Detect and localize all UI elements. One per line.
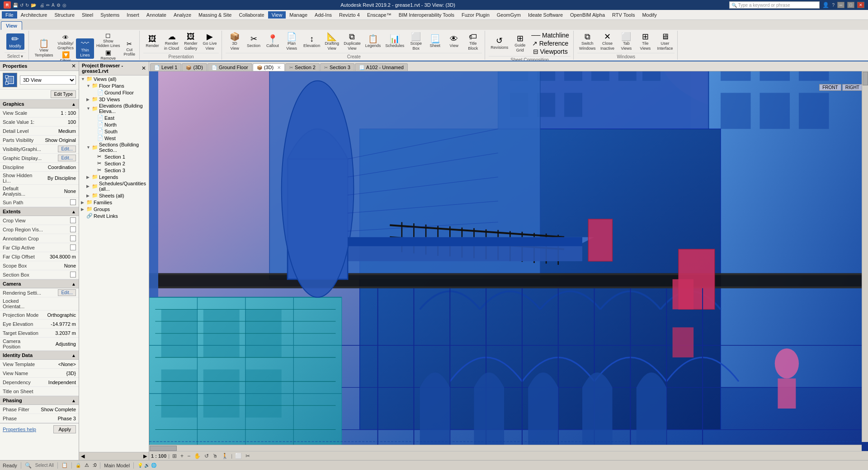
menu-architecture[interactable]: Architecture <box>17 11 51 19</box>
search-bar[interactable]: 🔍 Type a keyword or phrase <box>729 1 820 9</box>
properties-type-select[interactable]: 3D View <box>20 75 76 85</box>
minimize-button[interactable]: ─ <box>837 2 844 8</box>
menu-file[interactable]: File <box>2 11 17 19</box>
project-browser-scroll-bar[interactable]: ◀ ▶ <box>79 452 149 460</box>
visibility-graphics-button[interactable]: 👁 Visibility/Graphics <box>56 34 75 51</box>
remove-hidden-lines-button[interactable]: ▣ RemoveHidden Lines <box>95 49 122 61</box>
view-template-value[interactable]: <None> <box>39 362 76 367</box>
discipline-value[interactable]: Coordination <box>39 164 76 170</box>
menu-collaborate[interactable]: Collaborate <box>235 11 268 19</box>
eye-elevation-value[interactable]: -14.9772 m <box>39 321 76 327</box>
section-box-checkbox[interactable] <box>70 272 76 277</box>
tab-3d-active-close[interactable]: ✕ <box>277 65 281 70</box>
tab-3d-1[interactable]: 📦 (3D) <box>182 63 207 71</box>
reference-button[interactable]: ↗ Reference <box>530 40 571 47</box>
revisions-button[interactable]: ↺ Revisions <box>489 36 510 51</box>
project-browser-close-button[interactable]: ✕ <box>142 65 146 71</box>
view-templates-button[interactable]: 📋 ViewTemplates <box>33 38 55 59</box>
tab-view[interactable]: View <box>1 21 22 30</box>
tab-3d-active[interactable]: 📦 (3D) ✕ <box>253 63 285 71</box>
camera-section-header[interactable]: Camera ▲ <box>0 279 79 288</box>
menu-structure[interactable]: Structure <box>51 11 78 19</box>
phasing-section-header[interactable]: Phasing ▲ <box>0 396 79 405</box>
menu-modify[interactable]: Modify <box>638 11 660 19</box>
far-clip-offset-value[interactable]: 304.8000 m <box>39 254 76 259</box>
projection-mode-value[interactable]: Orthographic <box>39 312 76 318</box>
front-view-button[interactable]: FRONT <box>819 84 841 91</box>
parts-visibility-value[interactable]: Show Original <box>39 137 76 143</box>
scope-box-button[interactable]: ⬜ ScopeBox <box>407 32 425 52</box>
quick-access-annotate[interactable]: ✏ <box>46 3 50 8</box>
tree-east[interactable]: 📄 East <box>90 114 149 121</box>
graphic-display-edit-button[interactable]: Edit... <box>58 155 76 161</box>
nav-orbit[interactable]: ↺ <box>203 453 210 459</box>
menu-geomgym[interactable]: GeomGym <box>493 11 524 19</box>
render-gallery-button[interactable]: 🖼 RenderGallery <box>182 32 200 52</box>
phase-value[interactable]: Phase 3 <box>39 416 76 421</box>
menu-massing[interactable]: Massing & Site <box>195 11 235 19</box>
menu-rtv[interactable]: RTV Tools <box>609 11 638 19</box>
quick-access-settings[interactable]: ⚙ <box>57 3 61 8</box>
modify-button[interactable]: ✏ Modify <box>6 33 24 50</box>
nav-walk[interactable]: 🚶 <box>221 453 229 459</box>
tree-section-3[interactable]: ✂ Section 3 <box>90 167 149 174</box>
title-block-button[interactable]: 🏷 TitleBlock <box>464 32 482 52</box>
tree-floor-plans[interactable]: ▼ 📁 Floor Plans <box>85 82 149 89</box>
menu-insert[interactable]: Insert <box>123 11 143 19</box>
quick-access-open[interactable]: 📂 <box>31 3 36 8</box>
graphics-section-header[interactable]: Graphics ▲ <box>0 99 79 108</box>
tree-south[interactable]: 📄 South <box>90 128 149 135</box>
restore-button[interactable]: □ <box>847 2 854 8</box>
drafting-view-button[interactable]: 📐 DraftingView <box>323 32 341 52</box>
menu-enscape[interactable]: Enscape™ <box>363 11 395 19</box>
target-elevation-value[interactable]: 3.2037 m <box>39 330 76 336</box>
sun-path-checkbox[interactable] <box>70 199 76 205</box>
menu-fuzor[interactable]: Fuzor Plugin <box>458 11 493 19</box>
viewport-scroll-thumb-h[interactable] <box>150 446 177 451</box>
menu-steel[interactable]: Steel <box>78 11 97 19</box>
show-hidden-lines-button[interactable]: ◻ ShowHidden Lines <box>95 32 122 48</box>
switch-windows-button[interactable]: ⧉ SwitchWindows <box>577 32 598 52</box>
tree-section-1[interactable]: ✂ Section 1 <box>90 153 149 160</box>
show-hidden-value[interactable]: By Discipline <box>39 175 76 181</box>
default-analysis-value[interactable]: None <box>39 188 76 194</box>
close-inactive-button[interactable]: ✕ CloseInactive <box>598 32 616 52</box>
tree-ground-floor[interactable]: 📄 Ground Floor <box>90 89 149 96</box>
menu-ideate[interactable]: Ideate Software <box>524 11 566 19</box>
viewports-button[interactable]: ⊟ Viewports <box>530 48 571 55</box>
pb-scroll-left[interactable]: ◀ <box>81 453 85 459</box>
apply-button[interactable]: Apply <box>53 425 76 433</box>
crop-view-checkbox[interactable] <box>70 217 76 223</box>
quick-access-save[interactable]: 💾 <box>13 3 18 8</box>
user-interface-button[interactable]: 🖥 UserInterface <box>655 32 675 52</box>
menu-manage[interactable]: Manage <box>286 11 311 19</box>
nav-zoom-in[interactable]: + <box>179 453 184 459</box>
quick-access-tag[interactable]: A <box>52 3 55 8</box>
pb-scroll-right[interactable]: ▶ <box>143 453 147 459</box>
duplicate-view-button[interactable]: ⧉ DuplicateView <box>342 32 363 52</box>
tree-section-2[interactable]: ✂ Section 2 <box>90 160 149 167</box>
tree-sheets[interactable]: ▶ 📁 Sheets (all) <box>85 192 149 199</box>
menu-bim[interactable]: BIM Interoperability Tools <box>395 11 458 19</box>
thin-lines-button[interactable]: 〰 ThinLines <box>76 38 94 59</box>
tree-families[interactable]: ▶ 📁 Families <box>79 199 149 206</box>
quick-access-undo[interactable]: ↺ <box>20 3 24 8</box>
view-scale-value[interactable]: 1 : 100 <box>39 110 76 116</box>
scope-box-value[interactable]: None <box>39 263 76 268</box>
tab-section-2[interactable]: ✂ Section 2 <box>285 63 320 71</box>
close-button[interactable]: ✕ <box>857 2 864 8</box>
visibility-graphics-edit-button[interactable]: Edit... <box>58 146 76 152</box>
cut-profile-button[interactable]: ✂ CutProfile <box>123 40 137 57</box>
nav-section-box[interactable]: ⬜ <box>234 453 243 459</box>
quick-access-print[interactable]: 🖨 <box>40 3 44 8</box>
tree-legends[interactable]: ▶ 📁 Legends <box>85 174 149 180</box>
extents-section-header[interactable]: Extents ▲ <box>0 207 79 216</box>
viewport-scrollbar-vertical[interactable] <box>862 71 868 442</box>
tree-groups[interactable]: ▶ 📁 Groups <box>79 206 149 212</box>
viewport-scrollbar-horizontal[interactable] <box>149 445 862 451</box>
rendering-settings-edit-button[interactable]: Edit... <box>58 289 76 296</box>
signin-icon[interactable]: 👤 <box>822 2 829 8</box>
tree-north[interactable]: 📄 North <box>90 121 149 128</box>
crop-region-vis-checkbox[interactable] <box>70 226 76 232</box>
far-clip-active-checkbox[interactable] <box>70 244 76 250</box>
